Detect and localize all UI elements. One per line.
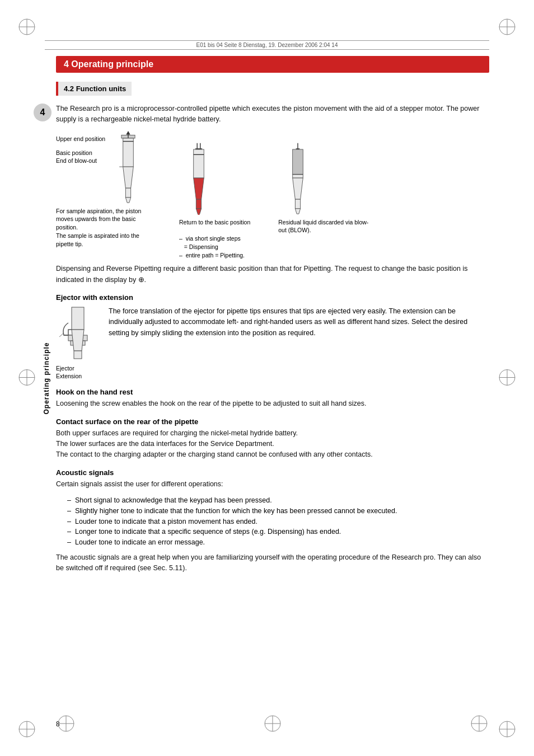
corner-mark-br bbox=[497, 719, 517, 739]
subsection-title: 4.2 Function units bbox=[64, 84, 126, 93]
chapter-tab: 4 bbox=[34, 104, 51, 121]
ejector-img: Ejector Extension bbox=[56, 306, 101, 380]
acoustic-outro: The acoustic signals are a great help wh… bbox=[56, 552, 489, 574]
ejector-title: Ejector with extension bbox=[56, 293, 133, 302]
acoustic-intro: Certain signals assist the user for diff… bbox=[56, 479, 489, 490]
ejector-label: Ejector bbox=[56, 365, 74, 372]
ejector-labels: Ejector Extension bbox=[56, 365, 101, 380]
svg-marker-20 bbox=[126, 131, 130, 135]
side-mark-right bbox=[497, 367, 517, 389]
diagram-return: Return to the basic position– via short … bbox=[179, 131, 250, 259]
svg-line-51 bbox=[59, 333, 64, 337]
section-title-acoustic: Acoustic signals bbox=[56, 468, 489, 477]
corner-mark-bl bbox=[17, 719, 37, 739]
extension-label: Extension bbox=[56, 373, 82, 379]
svg-marker-33 bbox=[194, 178, 204, 199]
page: E01 bis 04 Seite 8 Dienstag, 19. Dezembe… bbox=[0, 0, 534, 756]
pipette-svg-2 bbox=[179, 142, 218, 215]
svg-rect-31 bbox=[194, 149, 204, 178]
bullet-1: Short signal to acknowledge that the key… bbox=[67, 495, 489, 506]
diagram-aspiration-inner: Upper end position Basic positionEnd of … bbox=[56, 131, 148, 204]
file-info: E01 bis 04 Seite 8 Dienstag, 19. Dezembe… bbox=[196, 42, 338, 48]
svg-marker-26 bbox=[126, 198, 131, 203]
contact-body: Both upper surfaces are required for cha… bbox=[56, 428, 489, 461]
main-content: 4 Operating principle 4.2 Function units… bbox=[56, 56, 489, 711]
pipette-svg-3 bbox=[278, 142, 317, 215]
chapter-title: 4 Operating principle bbox=[64, 59, 153, 69]
svg-rect-43 bbox=[296, 199, 301, 209]
bullet-3: Louder tone to indicate that a piston mo… bbox=[67, 516, 489, 527]
diagram-return-inner bbox=[179, 131, 218, 215]
diagram-aspiration: Upper end position Basic positionEnd of … bbox=[56, 131, 151, 248]
contact-line3: The contact to the charging adapter or t… bbox=[56, 450, 373, 458]
bottom-mark-left bbox=[56, 713, 76, 734]
bottom-marks bbox=[56, 713, 489, 734]
svg-marker-42 bbox=[293, 178, 303, 199]
sidebar-label-text: Operating principle bbox=[43, 342, 50, 414]
intro-text: The Research pro is a microprocessor-con… bbox=[56, 104, 489, 125]
contact-title: Contact surface on the rear of the pipet… bbox=[56, 417, 198, 426]
bottom-mark-right bbox=[469, 713, 489, 734]
caption-aspiration: For sample aspiration, the piston moves … bbox=[56, 207, 151, 248]
hook-body: Loosening the screw enables the hook on … bbox=[56, 398, 489, 409]
svg-marker-35 bbox=[196, 209, 201, 214]
label-upper-end: Upper end position bbox=[56, 135, 105, 143]
bullet-2: Slightly higher tone to indicate that th… bbox=[67, 506, 489, 516]
bottom-mark-center bbox=[263, 713, 283, 734]
caption-blowout: Residual liquid discarded via blow-out (… bbox=[278, 218, 373, 234]
pipette-svg-1 bbox=[109, 131, 148, 204]
corner-mark-tl bbox=[17, 17, 37, 37]
diagram-aspiration-labels: Upper end position Basic positionEnd of … bbox=[56, 131, 105, 172]
svg-rect-25 bbox=[126, 188, 131, 198]
svg-rect-21 bbox=[123, 138, 134, 167]
svg-marker-49 bbox=[72, 330, 84, 351]
label-basic-pos: Basic positionEnd of blow-out bbox=[56, 149, 105, 165]
subsection-header: 4.2 Function units bbox=[56, 82, 132, 96]
bullet-4: Longer tone to indicate that a specific … bbox=[67, 527, 489, 537]
hook-title: Hook on the hand rest bbox=[56, 388, 133, 396]
chapter-number: 4 bbox=[40, 107, 45, 118]
bullet-5: Louder tone to indicate an error message… bbox=[67, 537, 489, 548]
ejector-row: Ejector Extension The force translation … bbox=[56, 306, 489, 380]
acoustic-bullets: Short signal to acknowledge that the key… bbox=[67, 495, 489, 548]
ejector-text: The force translation of the ejector for… bbox=[109, 306, 489, 339]
svg-rect-34 bbox=[196, 199, 201, 209]
diagram-blowout-inner bbox=[278, 131, 317, 215]
corner-mark-tr bbox=[497, 17, 517, 37]
section-title-ejector: Ejector with extension bbox=[56, 293, 489, 302]
diagram-blowout: Residual liquid discarded via blow-out (… bbox=[278, 131, 373, 234]
acoustic-title: Acoustic signals bbox=[56, 468, 114, 477]
svg-rect-45 bbox=[72, 307, 84, 330]
svg-marker-23 bbox=[123, 167, 134, 188]
section-title-contact: Contact surface on the rear of the pipet… bbox=[56, 417, 489, 426]
svg-rect-41 bbox=[293, 149, 303, 175]
ejector-svg bbox=[56, 306, 101, 362]
section-title-hook: Hook on the hand rest bbox=[56, 388, 489, 396]
caption-return: Return to the basic position– via short … bbox=[179, 218, 250, 259]
svg-marker-44 bbox=[296, 209, 301, 214]
contact-line1: Both upper surfaces are required for cha… bbox=[56, 429, 298, 437]
diagram-group: Upper end position Basic positionEnd of … bbox=[56, 131, 489, 259]
section-header: 4 Operating principle bbox=[56, 56, 489, 73]
svg-rect-50 bbox=[74, 351, 82, 359]
contact-line2: The lower surfaces are the data interfac… bbox=[56, 440, 274, 448]
dispensing-text: Dispensing and Reverse Pipetting require… bbox=[56, 264, 489, 285]
meta-line: E01 bis 04 Seite 8 Dienstag, 19. Dezembe… bbox=[45, 40, 489, 50]
